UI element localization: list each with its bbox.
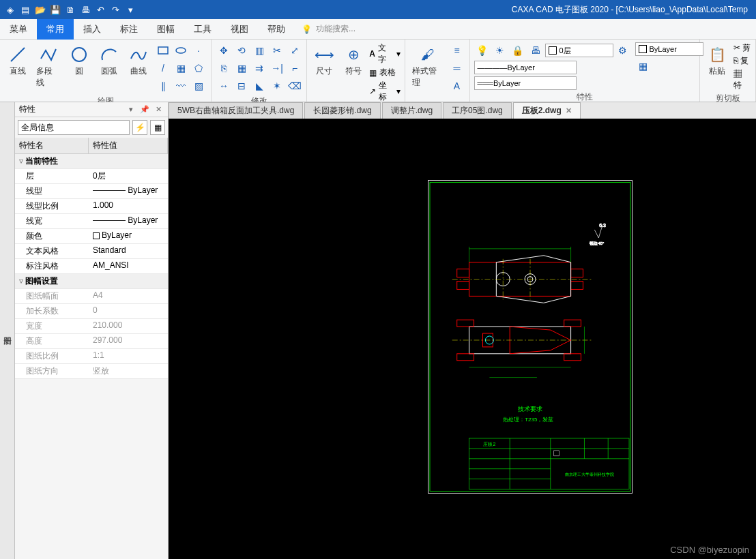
prop-row-color[interactable]: 颜色ByLayer [15, 229, 168, 244]
prop-row-extend[interactable]: 加长系数0 [15, 304, 168, 319]
array-icon[interactable]: ▦ [233, 60, 250, 76]
section-sheet-settings[interactable]: 图幅设置 [15, 274, 168, 289]
print-preview-icon[interactable]: 🗎 [65, 4, 76, 15]
color-dropdown[interactable]: ByLayer [635, 42, 703, 56]
vertical-tab-library[interactable]: 图册 [0, 102, 15, 559]
lineweight-dropdown[interactable]: ═══ ByLayer [474, 76, 577, 90]
rotate-icon[interactable]: ⟲ [233, 42, 250, 59]
prop-row-layer[interactable]: 层0层 [15, 169, 168, 184]
move-icon[interactable]: ✥ [216, 42, 232, 59]
copy-icon[interactable]: ⎘ [216, 60, 232, 76]
dimension-button[interactable]: ⟷ 尺寸 [311, 42, 338, 78]
tab-fixture[interactable]: 5WB右曲轴箱反面加工夹具.dwg [169, 102, 303, 119]
ellipse-icon[interactable] [173, 42, 189, 59]
trim-icon[interactable]: ✂ [269, 42, 285, 59]
match-props-icon[interactable]: ▦ [635, 58, 652, 74]
table-button[interactable]: ▦表格 [369, 67, 401, 78]
offset-icon[interactable]: ⇉ [251, 60, 267, 76]
undo-icon[interactable]: ↶ [95, 4, 106, 15]
qat-dropdown-icon[interactable]: ▾ [125, 4, 136, 15]
point-icon[interactable]: · [190, 42, 207, 59]
extend-icon[interactable]: →| [269, 60, 285, 76]
prop-row-dimstyle[interactable]: 标注风格AM_ANSI [15, 259, 168, 274]
drawing-canvas[interactable]: 6.3 锐边45° [169, 119, 756, 559]
menu-insert[interactable]: 插入 [74, 19, 111, 40]
quick-select-icon[interactable]: ⚡ [132, 120, 147, 135]
linetype-icon[interactable]: ≡ [449, 42, 465, 59]
linetype-dropdown[interactable]: ———— ByLayer [474, 61, 577, 74]
tab-process05[interactable]: 工序05图.dwg [443, 102, 512, 119]
coord-button[interactable]: ↗坐标▾ [369, 80, 401, 103]
tab-shim[interactable]: 调整片.dwg [382, 102, 441, 119]
new-icon[interactable]: ▤ [20, 4, 31, 15]
layer-manager-icon[interactable]: ⚙ [615, 42, 631, 59]
break-icon[interactable]: ⊟ [233, 78, 250, 94]
wave-icon[interactable]: 〰 [173, 78, 189, 94]
fillet-icon[interactable]: ⌐ [287, 60, 303, 76]
paste-button[interactable]: 📋 粘贴 [704, 42, 731, 78]
print-layer-icon[interactable]: 🖶 [527, 42, 544, 59]
symbol-button[interactable]: ⊕ 符号 [340, 42, 367, 78]
panel-options-icon[interactable]: ▾ [126, 104, 136, 115]
save-icon[interactable]: 💾 [50, 4, 61, 15]
textstyle-icon[interactable]: A [449, 78, 465, 94]
circle-button[interactable]: 圆 [66, 42, 93, 78]
prop-row-width[interactable]: 宽度210.000 [15, 319, 168, 334]
explode-icon[interactable]: ✶ [269, 78, 285, 94]
prop-row-scale[interactable]: 图纸比例1:1 [15, 349, 168, 364]
menu-common[interactable]: 常用 [37, 19, 74, 40]
line-button[interactable]: 直线 [4, 42, 31, 78]
mirror-icon[interactable]: ▥ [251, 42, 267, 59]
prop-row-ltscale[interactable]: 线型比例1.000 [15, 199, 168, 214]
menu-main[interactable]: 菜单 [0, 19, 37, 40]
spline-button[interactable]: 曲线 [126, 42, 152, 78]
panel-close-icon[interactable]: ✕ [153, 104, 164, 115]
filter-icon[interactable]: ▦ [150, 120, 165, 135]
feature-search[interactable]: 💡 功能搜索... [302, 23, 355, 35]
prop-row-linetype[interactable]: 线型———— ByLayer [15, 184, 168, 199]
tab-pressplate2[interactable]: 压板2.dwg✕ [513, 102, 581, 119]
tab-close-icon[interactable]: ✕ [566, 106, 572, 115]
prop-row-orientation[interactable]: 图纸方向竖放 [15, 364, 168, 379]
cut-button[interactable]: ✂ 剪 [733, 42, 751, 54]
prop-row-textstyle[interactable]: 文本风格Standard [15, 244, 168, 259]
lock-icon[interactable]: 🔒 [510, 42, 526, 59]
rect-icon[interactable] [155, 42, 171, 59]
tab-pin[interactable]: 长圆菱形销.dwg [304, 102, 380, 119]
menu-help[interactable]: 帮助 [258, 19, 295, 40]
line-icon [7, 44, 29, 65]
arc-button[interactable]: 圆弧 [96, 42, 122, 78]
prop-row-lineweight[interactable]: 线宽———— ByLayer [15, 214, 168, 229]
text-button[interactable]: A文字▾ [369, 42, 401, 65]
menu-view[interactable]: 视图 [221, 19, 258, 40]
ribbon-group-style: 🖌 样式管理 ≡ ═ A [405, 40, 469, 102]
scale-icon[interactable]: ⤢ [287, 42, 303, 59]
erase-icon[interactable]: ⌫ [287, 78, 303, 94]
chamfer-icon[interactable]: ◣ [251, 78, 267, 94]
copy-clip-button[interactable]: ⎘ 复 [733, 55, 751, 67]
hatch-icon[interactable]: ▦ [173, 60, 189, 76]
parallel-icon[interactable]: ∥ [155, 78, 171, 94]
menu-tools[interactable]: 工具 [184, 19, 221, 40]
style-manager-button[interactable]: 🖌 样式管理 [409, 42, 446, 90]
stretch-icon[interactable]: ↔ [216, 78, 232, 94]
redo-icon[interactable]: ↷ [110, 4, 121, 15]
menu-annotate[interactable]: 标注 [111, 19, 147, 40]
fill-icon[interactable]: ▨ [190, 78, 207, 94]
prop-row-papersize[interactable]: 图纸幅面A4 [15, 289, 168, 304]
print-icon[interactable]: 🖶 [80, 4, 91, 15]
ray-icon[interactable]: / [155, 60, 171, 76]
menu-sheet[interactable]: 图幅 [147, 19, 184, 40]
panel-pin-icon[interactable]: 📌 [139, 104, 150, 115]
paste-special-button[interactable]: ▦ 特 [733, 68, 751, 91]
polyline-button[interactable]: 多段线 [33, 42, 63, 90]
selection-dropdown[interactable] [18, 120, 130, 135]
section-current-properties[interactable]: 当前特性 [15, 154, 168, 169]
prop-row-height[interactable]: 高度297.000 [15, 334, 168, 349]
bulb-icon[interactable]: 💡 [474, 42, 491, 59]
linewidth-icon[interactable]: ═ [449, 60, 465, 76]
open-icon[interactable]: 📂 [35, 4, 46, 15]
layer-dropdown[interactable]: 0层 [545, 44, 613, 57]
sun-icon[interactable]: ☀ [492, 42, 508, 59]
polygon-icon[interactable]: ⬠ [190, 60, 207, 76]
